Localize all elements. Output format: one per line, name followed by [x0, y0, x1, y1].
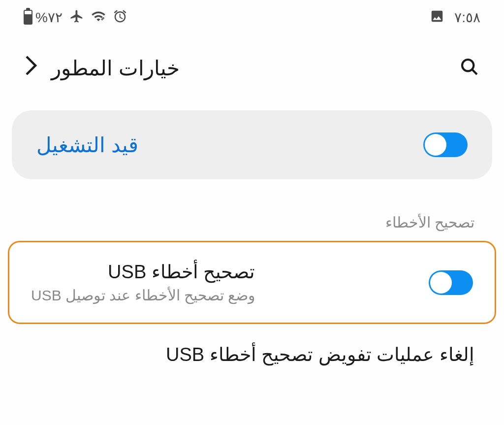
status-left-group: %٧٢ [24, 9, 127, 26]
status-right-group: ٧:٥٨ [430, 9, 480, 26]
usb-debugging-title: تصحيح أخطاء USB [31, 261, 255, 283]
battery-percent: %٧٢ [35, 9, 63, 26]
master-toggle-row[interactable]: قيد التشغيل [12, 110, 492, 179]
usb-debugging-row[interactable]: تصحيح أخطاء USB وضع تصحيح الأخطاء عند تو… [8, 241, 496, 324]
usb-debugging-subtitle: وضع تصحيح الأخطاء عند توصيل USB [31, 287, 255, 304]
master-toggle-switch[interactable] [423, 132, 468, 157]
airplane-icon [69, 9, 84, 26]
status-bar: %٧٢ ٧:٥٨ [0, 0, 504, 31]
section-title-debugging: تصحيح الأخطاء [30, 214, 474, 231]
svg-line-1 [472, 70, 477, 74]
header-bar: خيارات المطور [0, 31, 504, 100]
alarm-icon [113, 9, 127, 26]
master-toggle-label: قيد التشغيل [36, 133, 138, 157]
revoke-usb-title: إلغاء عمليات تفويض تصحيح أخطاء USB [30, 344, 474, 365]
picture-icon [430, 9, 444, 26]
usb-debugging-toggle[interactable] [429, 270, 473, 295]
clock-time: ٧:٥٨ [454, 9, 480, 26]
search-button[interactable] [460, 57, 479, 79]
revoke-usb-row[interactable]: إلغاء عمليات تفويض تصحيح أخطاء USB [30, 344, 474, 365]
wifi-icon [91, 9, 106, 26]
battery-icon [24, 10, 32, 25]
page-title: خيارات المطور [51, 56, 180, 80]
battery-indicator: %٧٢ [24, 9, 63, 26]
back-button[interactable] [25, 55, 37, 81]
svg-point-0 [462, 60, 473, 71]
